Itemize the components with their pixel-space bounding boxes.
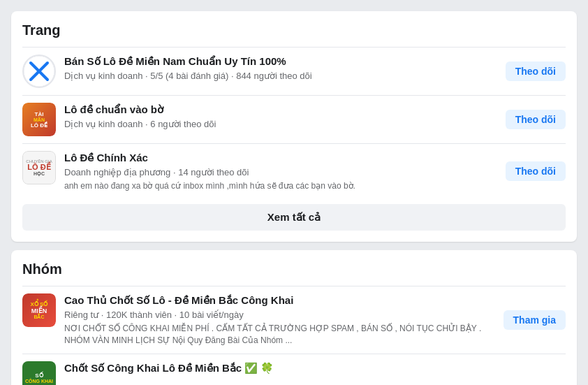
group2-avatar: SỐ CÔNG KHAI [22,361,56,385]
group1-content: Cao Thủ Chốt Số Lô - Đề Miền Bắc Công Kh… [64,293,495,346]
page-item-2: TÀI MÃN LÔ ĐỀ Lô đề chuẩn vào bờ Dịch vụ… [22,95,566,143]
group1-name: Cao Thủ Chốt Số Lô - Đề Miền Bắc Công Kh… [64,293,495,307]
page3-avatar: CHUYÊN GIA LÔ ĐỀ HỌC [22,151,56,184]
page2-name: Lô đề chuẩn vào bờ [64,103,497,117]
pages-card: Trang Bán Số Lô Đề Miền Nam Chuẩn Uy Tín… [11,11,577,242]
page1-content: Bán Số Lô Đề Miền Nam Chuẩn Uy Tín 100% … [64,55,497,82]
pages-section-title: Trang [22,22,566,38]
group2-content: Chốt Số Công Khai Lô Đề Miền Bắc ✅ 🍀 [64,361,566,375]
group-item-2: SỐ CÔNG KHAI Chốt Số Công Khai Lô Đề Miề… [22,354,566,385]
page-item-3: CHUYÊN GIA LÔ ĐỀ HỌC Lô Đề Chính Xác Doa… [22,143,566,198]
group1-desc: NƠI CHỐT SỐ CÔNG KHAI MIỄN PHÍ . CẤM TẤT… [64,323,495,347]
page2-avatar: TÀI MÃN LÔ ĐỀ [22,103,56,136]
page3-desc: anh em nào đang xa bờ quá cứ inbox mình … [64,180,497,192]
page2-follow-button[interactable]: Theo dõi [506,110,566,129]
page3-meta: Doanh nghiệp địa phương · 14 người theo … [64,166,497,179]
page1-avatar [22,55,56,88]
page3-content: Lô Đề Chính Xác Doanh nghiệp địa phương … [64,151,497,191]
group-item-1: XỔ SỐ MIỀN BẮC Cao Thủ Chốt Số Lô - Đề M… [22,286,566,353]
page1-follow-button[interactable]: Theo dõi [506,61,566,81]
page3-name: Lô Đề Chính Xác [64,151,497,165]
groups-section-title: Nhóm [22,261,566,277]
group2-name: Chốt Số Công Khai Lô Đề Miền Bắc ✅ 🍀 [64,361,566,375]
page3-follow-button[interactable]: Theo dõi [506,161,566,181]
groups-card: Nhóm XỔ SỐ MIỀN BẮC Cao Thủ Chốt Số Lô -… [11,250,577,385]
pages-see-all-button[interactable]: Xem tất cả [22,204,566,231]
group1-avatar: XỔ SỐ MIỀN BẮC [22,293,56,327]
page1-meta: Dịch vụ kinh doanh · 5/5 (4 bài đánh giá… [64,70,497,82]
group1-join-button[interactable]: Tham gia [504,310,566,330]
group1-meta: Riêng tư · 120K thành viên · 10 bài viết… [64,309,495,321]
page1-name: Bán Số Lô Đề Miền Nam Chuẩn Uy Tín 100% [64,55,497,68]
page-item-1: Bán Số Lô Đề Miền Nam Chuẩn Uy Tín 100% … [22,47,566,95]
page2-meta: Dịch vụ kinh doanh · 6 người theo dõi [64,118,497,131]
page2-content: Lô đề chuẩn vào bờ Dịch vụ kinh doanh · … [64,103,497,131]
